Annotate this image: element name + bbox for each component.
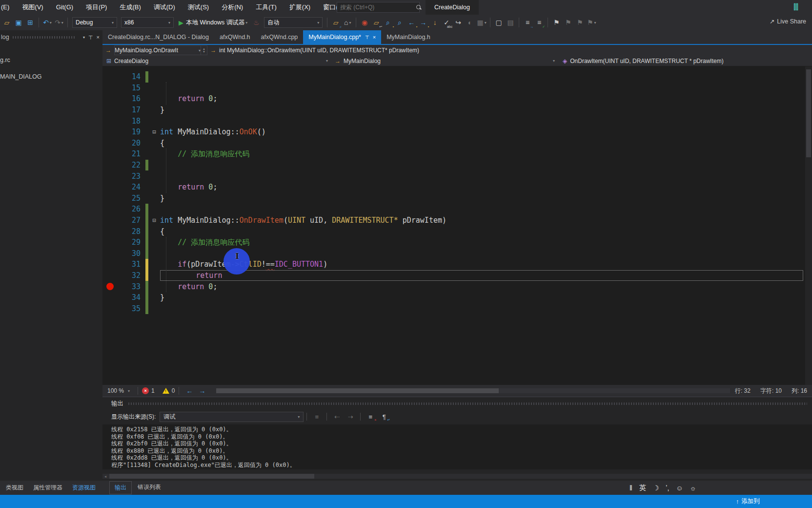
breakpoint-margin[interactable]: [102, 248, 117, 259]
search-input[interactable]: [340, 4, 416, 11]
nav-backward-icon[interactable]: ←▪: [406, 17, 417, 28]
preview-icon[interactable]: ⌕▪: [383, 17, 393, 28]
scope-spinner[interactable]: ▲▼: [201, 45, 207, 55]
platform-combo[interactable]: x86▾: [121, 17, 174, 28]
scroll-left-icon[interactable]: ◂: [104, 474, 106, 479]
ime-settings-icon[interactable]: ☼: [690, 484, 696, 492]
breakpoint-margin[interactable]: [102, 292, 117, 303]
breadcrumb-member-dropdown[interactable]: ◈ OnDrawItem(UINT uID, DRAWITEMSTRUCT * …: [559, 56, 812, 66]
breadcrumb-type-dropdown[interactable]: → MyMainDialog ▾: [332, 56, 559, 66]
solution-config-combo[interactable]: Debug▾: [72, 17, 117, 28]
panel-tab-0[interactable]: 输出: [109, 481, 132, 494]
breakpoint-margin[interactable]: [102, 160, 117, 171]
breakpoint-margin[interactable]: [102, 270, 117, 281]
open-file-icon[interactable]: ▱: [1, 17, 12, 28]
search-symbol-icon[interactable]: ⌕: [394, 17, 405, 28]
scope-dropdown[interactable]: MyMainDialog.OnDrawIt ▾: [114, 45, 201, 55]
breakpoint-margin[interactable]: [102, 204, 117, 215]
menu-item-4[interactable]: 生成(B): [113, 0, 147, 15]
tab-1[interactable]: afxQWnd.h: [214, 30, 256, 44]
horizontal-scrollbar[interactable]: [216, 388, 730, 393]
close-icon[interactable]: ×: [373, 34, 376, 40]
menu-item-5[interactable]: 调试(D): [147, 0, 182, 15]
menu-item-2[interactable]: Git(G): [50, 0, 80, 15]
close-icon[interactable]: ×: [97, 34, 100, 40]
copy-reference-icon[interactable]: ↪: [453, 17, 464, 28]
ime-handle[interactable]: ‖: [629, 484, 632, 492]
tab-3[interactable]: MyMainDialog.cpp*⊥×: [303, 30, 381, 44]
nav-forward-icon[interactable]: →▪: [418, 17, 428, 28]
menu-item-3[interactable]: 项目(P): [80, 0, 113, 15]
menu-item-6[interactable]: 测试(S): [182, 0, 215, 15]
scrollbar-thumb[interactable]: [216, 388, 499, 393]
panel-tab-1[interactable]: 错误列表: [133, 481, 166, 494]
tool-tab-2[interactable]: 资源视图: [67, 482, 101, 494]
start-debug-button[interactable]: ▶本地 Windows 调试器▾: [179, 19, 247, 27]
breakpoint-margin[interactable]: [102, 83, 117, 94]
output-source-dropdown[interactable]: 调试 ▾: [160, 412, 304, 422]
breakpoint-margin[interactable]: [102, 259, 117, 270]
search-box[interactable]: [337, 2, 420, 13]
ime-punctuation-icon[interactable]: ʼ,: [666, 484, 669, 492]
breakpoint-margin[interactable]: [102, 281, 117, 292]
find-in-files-icon[interactable]: ▱⌕: [330, 17, 341, 28]
tab-0[interactable]: CreateDialog.rc...N_DIALOG - Dialog: [102, 30, 214, 44]
goto-previous-message-icon[interactable]: ⇠: [331, 411, 343, 422]
breakpoint-margin[interactable]: [102, 127, 117, 138]
menu-item-9[interactable]: 扩展(X): [283, 0, 317, 15]
warning-count[interactable]: 0: [172, 387, 175, 394]
open-folder-icon[interactable]: ▱↩: [371, 17, 382, 28]
breakpoint-margin[interactable]: [102, 237, 117, 248]
fold-collapse-icon[interactable]: ⊟: [148, 128, 160, 135]
tool-tab-0[interactable]: 类视图: [1, 482, 28, 494]
menu-item-0[interactable]: (E): [0, 0, 16, 15]
breakpoint-margin[interactable]: [102, 226, 117, 237]
exception-combo[interactable]: 自动▾: [264, 17, 323, 28]
solution-home-icon[interactable]: ⌂▾: [342, 17, 353, 28]
scrollbar-thumb[interactable]: [806, 69, 811, 157]
save-all-icon[interactable]: ⊞: [25, 17, 36, 28]
menu-item-8[interactable]: 工具(T): [249, 0, 283, 15]
select-frame-icon[interactable]: ▢: [493, 17, 504, 28]
compare-grid-icon[interactable]: ▦▾: [476, 17, 487, 28]
tab-4[interactable]: MyMainDialog.h: [381, 30, 436, 44]
breadcrumb-project-dropdown[interactable]: ⊞ CreateDialog ▾: [102, 56, 332, 66]
next-bookmark-icon[interactable]: ⚑: [574, 17, 585, 28]
breakpoint-icon[interactable]: [106, 283, 114, 290]
tool-tab-1[interactable]: 属性管理器: [28, 482, 67, 494]
copy-document-icon[interactable]: ▤: [505, 17, 516, 28]
output-text-area[interactable]: 线程 0x2158 已退出，返回值为 0 (0x0)。线程 0xf08 已退出，…: [102, 424, 812, 469]
tab-2[interactable]: afxQWnd.cpp: [256, 30, 304, 44]
resource-view-pane[interactable]: g.rc MAIN_DIALOG: [0, 44, 102, 481]
pin-icon[interactable]: ⊥: [88, 34, 93, 41]
save-icon[interactable]: ▣: [13, 17, 24, 28]
goto-next-message-icon[interactable]: ⇢: [345, 411, 356, 422]
prev-bookmark-icon[interactable]: ⚑: [563, 17, 573, 28]
breakpoint-margin[interactable]: [102, 138, 117, 149]
breakpoint-margin[interactable]: [102, 182, 117, 193]
zoom-dropdown[interactable]: 100 % ▾: [102, 387, 134, 394]
sync-icon[interactable]: ◉: [359, 17, 370, 28]
fold-collapse-icon[interactable]: ⊟: [148, 217, 160, 224]
output-horizontal-scrollbar[interactable]: ◂: [102, 474, 812, 479]
taskbar-action[interactable]: ↑ 添加到: [736, 497, 760, 506]
navigate-back-icon[interactable]: ←: [186, 387, 193, 395]
format-selection-icon[interactable]: ≡✓: [534, 17, 545, 28]
sphere-icon[interactable]: ◐: [465, 17, 475, 28]
vertical-scrollbar[interactable]: [805, 66, 812, 385]
redo-icon[interactable]: ↷▾: [54, 17, 64, 28]
format-indent-icon[interactable]: ≡→: [522, 17, 533, 28]
goto-definition-icon[interactable]: ↓: [429, 17, 440, 28]
clear-all-icon[interactable]: ≡×: [365, 411, 376, 422]
breakpoint-margin[interactable]: [102, 303, 117, 314]
breakpoint-margin[interactable]: [102, 93, 117, 105]
tree-item-main-dialog[interactable]: MAIN_DIALOG: [0, 73, 41, 80]
navigate-forward-icon[interactable]: →: [199, 387, 205, 395]
code-editor[interactable]: 141516 return 0;17}1819⊟int MyMainDialog…: [102, 66, 812, 385]
breakpoint-margin[interactable]: [102, 115, 117, 127]
word-wrap-icon[interactable]: ¶↵: [378, 411, 390, 422]
menu-item-1[interactable]: 视图(V): [16, 0, 49, 15]
breakpoint-margin[interactable]: [102, 148, 117, 160]
bookmark-icon[interactable]: ⚑: [551, 17, 562, 28]
pin-icon[interactable]: ⊥: [365, 35, 369, 40]
